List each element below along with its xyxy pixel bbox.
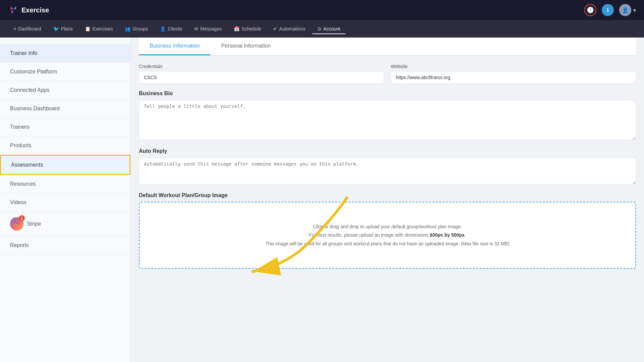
sidebar-item-resources[interactable]: Resources xyxy=(0,175,130,193)
nav-item-exercises[interactable]: 📋 Exercises xyxy=(79,23,118,34)
form-content: Credentials Website Business Bio Auto Re… xyxy=(139,64,636,269)
sidebar: Trainer Info Customize Platform Connecte… xyxy=(0,38,131,362)
upload-dropzone[interactable]: Click or drag and drop to upload your de… xyxy=(139,202,636,269)
sidebar-item-assessments[interactable]: Assessments xyxy=(0,155,130,175)
notification-btn[interactable]: 1 xyxy=(602,4,614,16)
timer-icon-btn[interactable]: 🕐 xyxy=(584,4,596,16)
credentials-label: Credentials xyxy=(139,64,384,69)
sidebar-item-reports[interactable]: Reports xyxy=(0,236,130,255)
topbar: Exercise 🕐 1 👤 ▾ xyxy=(0,0,644,20)
automations-icon: ✔ xyxy=(273,26,277,32)
website-group: Website xyxy=(391,64,636,84)
credentials-group: Credentials xyxy=(139,64,384,84)
sidebar-item-trainers[interactable]: Trainers xyxy=(0,118,130,136)
tab-business-info[interactable]: Business Information xyxy=(139,38,210,55)
messages-icon: ✉ xyxy=(194,26,198,32)
svg-marker-0 xyxy=(11,6,13,9)
nav-item-groups[interactable]: 👥 Groups xyxy=(119,23,153,34)
upload-line1: Click or drag and drop to upload your de… xyxy=(313,223,462,231)
account-icon: ⊙ xyxy=(317,26,321,32)
groups-icon: 👥 xyxy=(125,26,130,32)
credentials-input[interactable] xyxy=(139,71,384,84)
topbar-actions: 🕐 1 👤 ▾ xyxy=(584,4,636,16)
dashboard-icon: ≡ xyxy=(13,26,16,32)
nav-item-plans[interactable]: 🐦 Plans xyxy=(48,23,78,34)
nav-item-schedule[interactable]: 📅 Schedule xyxy=(228,23,266,34)
nav-item-dashboard[interactable]: ≡ Dashboard xyxy=(8,23,47,34)
website-label: Website xyxy=(391,64,636,69)
schedule-icon: 📅 xyxy=(234,26,239,32)
bio-textarea[interactable] xyxy=(139,100,636,140)
nav-item-clients[interactable]: 👤 Clients xyxy=(155,23,187,34)
upload-line3: This image will be used for all groups a… xyxy=(265,240,509,248)
sidebar-item-customize-platform[interactable]: Customize Platform xyxy=(0,63,130,81)
bio-label: Business Bio xyxy=(139,90,636,97)
sidebar-item-business-dashboard[interactable]: Business Dashboard xyxy=(0,100,130,118)
sidebar-item-videos[interactable]: Videos xyxy=(0,193,130,212)
credentials-website-row: Credentials Website xyxy=(139,64,636,84)
sidebar-item-products[interactable]: Products xyxy=(0,136,130,155)
nav-item-messages[interactable]: ✉ Messages xyxy=(189,23,227,34)
avatar-chevron-icon: ▾ xyxy=(633,7,636,13)
auto-reply-label: Auto Reply xyxy=(139,148,636,154)
content-tabs: Business Information Personal Informatio… xyxy=(139,38,636,56)
nav-item-automations[interactable]: ✔ Automations xyxy=(268,23,311,34)
auto-reply-section: Auto Reply xyxy=(139,148,636,186)
upload-label: Default Workout Plan/Group Image xyxy=(139,192,636,198)
account-avatar-btn[interactable]: 👤 ▾ xyxy=(619,4,636,16)
sidebar-item-stripe[interactable]: 1 Stripe xyxy=(0,212,130,236)
plans-icon: 🐦 xyxy=(53,26,59,32)
upload-dimensions: 600px by 500px xyxy=(430,232,465,238)
avatar: 👤 xyxy=(619,4,631,16)
svg-marker-1 xyxy=(13,6,16,9)
navbar: ≡ Dashboard 🐦 Plans 📋 Exercises 👥 Groups… xyxy=(0,20,644,38)
main-layout: Trainer Info Customize Platform Connecte… xyxy=(0,38,644,362)
upload-section: Default Workout Plan/Group Image Click o… xyxy=(139,192,636,269)
bio-section: Business Bio xyxy=(139,90,636,141)
exercises-icon: 📋 xyxy=(85,26,91,32)
clients-icon: 👤 xyxy=(160,26,166,32)
website-input[interactable] xyxy=(391,71,636,84)
sidebar-item-trainer-info[interactable]: Trainer Info xyxy=(0,44,130,63)
auto-reply-textarea[interactable] xyxy=(139,158,636,184)
tab-personal-info[interactable]: Personal Information xyxy=(210,38,281,55)
stripe-badge: 1 xyxy=(19,215,25,221)
nav-item-account[interactable]: ⊙ Account xyxy=(312,23,346,34)
svg-marker-2 xyxy=(11,11,13,14)
content-area: Business Information Personal Informatio… xyxy=(131,38,644,362)
logo[interactable]: Exercise xyxy=(8,5,49,15)
sidebar-item-connected-apps[interactable]: Connected Apps xyxy=(0,81,130,100)
upload-line2: For best results, please upload an image… xyxy=(309,231,466,239)
